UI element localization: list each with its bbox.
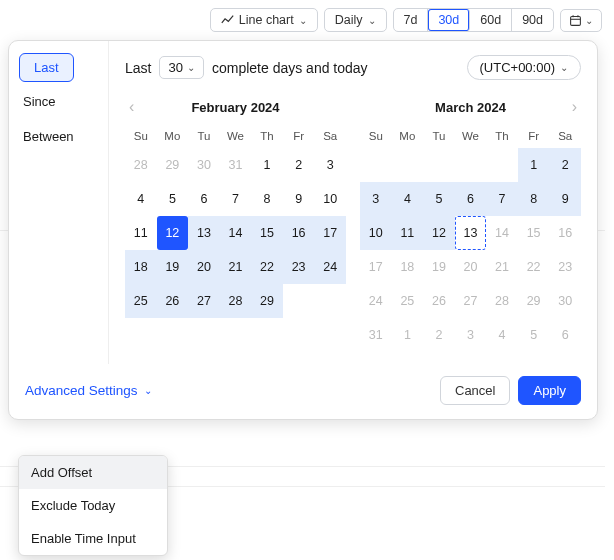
prev-month-button[interactable]: ‹ bbox=[129, 98, 134, 116]
calendar-day: 2 bbox=[423, 318, 455, 352]
mode-tab-since[interactable]: Since bbox=[9, 84, 108, 119]
advanced-settings-link[interactable]: Advanced Settings ⌄ bbox=[25, 383, 152, 398]
calendar-day[interactable]: 4 bbox=[392, 182, 424, 216]
chart-type-label: Line chart bbox=[239, 13, 294, 27]
range-60d[interactable]: 60d bbox=[470, 9, 512, 31]
chevron-down-icon: ⌄ bbox=[368, 15, 376, 26]
calendar-day[interactable]: 26 bbox=[157, 284, 189, 318]
calendar-day[interactable]: 22 bbox=[251, 250, 283, 284]
calendar-day[interactable]: 14 bbox=[220, 216, 252, 250]
days-select[interactable]: 30 ⌄ bbox=[159, 56, 203, 79]
timezone-select[interactable]: (UTC+00:00) ⌄ bbox=[467, 55, 582, 80]
calendar-day: 21 bbox=[486, 250, 518, 284]
calendar-day[interactable]: 27 bbox=[188, 284, 220, 318]
calendar-day[interactable]: 4 bbox=[125, 182, 157, 216]
granularity-label: Daily bbox=[335, 13, 363, 27]
calendar-day[interactable]: 28 bbox=[220, 284, 252, 318]
calendar-day: 15 bbox=[518, 216, 550, 250]
calendar-day[interactable]: 17 bbox=[314, 216, 346, 250]
calendar-day[interactable]: 25 bbox=[125, 284, 157, 318]
calendar-day: 29 bbox=[518, 284, 550, 318]
calendar-day[interactable]: 7 bbox=[220, 182, 252, 216]
calendar-day: 14 bbox=[486, 216, 518, 250]
range-7d[interactable]: 7d bbox=[394, 9, 429, 31]
calendar-button[interactable]: ⌄ bbox=[560, 9, 602, 32]
calendar-day: 25 bbox=[392, 284, 424, 318]
calendar-day[interactable]: 29 bbox=[251, 284, 283, 318]
calendar-day[interactable]: 12 bbox=[423, 216, 455, 250]
calendar-day: 31 bbox=[360, 318, 392, 352]
calendar-right: March 2024›SuMoTuWeThFrSa123456789101112… bbox=[360, 94, 581, 352]
calendar-day[interactable]: 18 bbox=[125, 250, 157, 284]
dow-header: Mo bbox=[157, 126, 189, 148]
calendar-day[interactable]: 19 bbox=[157, 250, 189, 284]
calendar-day: 20 bbox=[455, 250, 487, 284]
calendar-day: 30 bbox=[549, 284, 581, 318]
calendar-day[interactable]: 3 bbox=[360, 182, 392, 216]
calendar-day: 30 bbox=[188, 148, 220, 182]
calendar-day[interactable]: 3 bbox=[314, 148, 346, 182]
svg-rect-0 bbox=[571, 16, 581, 25]
granularity-select[interactable]: Daily ⌄ bbox=[324, 8, 387, 32]
calendar-day[interactable]: 13 bbox=[188, 216, 220, 250]
cancel-button[interactable]: Cancel bbox=[440, 376, 510, 405]
calendar-day[interactable]: 21 bbox=[220, 250, 252, 284]
dow-header: Th bbox=[486, 126, 518, 148]
dow-header: Sa bbox=[549, 126, 581, 148]
menu-item-add-offset[interactable]: Add Offset bbox=[19, 456, 167, 489]
menu-item-enable-time-input[interactable]: Enable Time Input bbox=[19, 522, 167, 555]
calendar-day[interactable]: 5 bbox=[157, 182, 189, 216]
calendar-day: 27 bbox=[455, 284, 487, 318]
range-30d[interactable]: 30d bbox=[428, 9, 470, 31]
calendar-day[interactable]: 24 bbox=[314, 250, 346, 284]
calendar-day[interactable]: 20 bbox=[188, 250, 220, 284]
calendar-day[interactable]: 5 bbox=[423, 182, 455, 216]
calendar-day[interactable]: 11 bbox=[125, 216, 157, 250]
calendar-day[interactable]: 13 bbox=[455, 216, 487, 250]
calendar-day: 1 bbox=[392, 318, 424, 352]
dow-header: Sa bbox=[314, 126, 346, 148]
next-month-button[interactable]: › bbox=[572, 98, 577, 116]
sentence-prefix: Last bbox=[125, 60, 151, 76]
calendar-day: 18 bbox=[392, 250, 424, 284]
calendar-day[interactable]: 9 bbox=[283, 182, 315, 216]
calendar-day[interactable]: 6 bbox=[455, 182, 487, 216]
range-90d[interactable]: 90d bbox=[512, 9, 553, 31]
calendar-day[interactable]: 1 bbox=[251, 148, 283, 182]
calendar-day[interactable]: 1 bbox=[518, 148, 550, 182]
calendar-day: 26 bbox=[423, 284, 455, 318]
calendar-day[interactable]: 8 bbox=[251, 182, 283, 216]
calendar-day[interactable]: 23 bbox=[283, 250, 315, 284]
chevron-down-icon: ⌄ bbox=[585, 15, 593, 26]
calendar-day[interactable]: 7 bbox=[486, 182, 518, 216]
calendar-day: 6 bbox=[549, 318, 581, 352]
calendar-day: 5 bbox=[518, 318, 550, 352]
calendar-day: 19 bbox=[423, 250, 455, 284]
calendar-day[interactable]: 10 bbox=[360, 216, 392, 250]
panel-main: Last 30 ⌄ complete days and today (UTC+0… bbox=[109, 41, 597, 364]
calendar-day[interactable]: 16 bbox=[283, 216, 315, 250]
calendar-left: ‹February 2024SuMoTuWeThFrSa282930311234… bbox=[125, 94, 346, 352]
range-segments: 7d30d60d90d bbox=[393, 8, 554, 32]
calendar-day[interactable]: 10 bbox=[314, 182, 346, 216]
calendar-day[interactable]: 2 bbox=[283, 148, 315, 182]
chart-type-select[interactable]: Line chart ⌄ bbox=[210, 8, 318, 32]
timezone-label: (UTC+00:00) bbox=[480, 60, 556, 75]
calendar-day[interactable]: 11 bbox=[392, 216, 424, 250]
menu-item-exclude-today[interactable]: Exclude Today bbox=[19, 489, 167, 522]
calendar-day[interactable]: 6 bbox=[188, 182, 220, 216]
mode-tab-between[interactable]: Between bbox=[9, 119, 108, 154]
dow-header: Su bbox=[360, 126, 392, 148]
dow-header: Th bbox=[251, 126, 283, 148]
mode-tab-last[interactable]: Last bbox=[19, 53, 74, 82]
calendar-day: 28 bbox=[486, 284, 518, 318]
calendar-day: 29 bbox=[157, 148, 189, 182]
date-picker-panel: LastSinceBetween Last 30 ⌄ complete days… bbox=[8, 40, 598, 420]
calendar-day[interactable]: 9 bbox=[549, 182, 581, 216]
calendar-day[interactable]: 2 bbox=[549, 148, 581, 182]
calendar-day[interactable]: 15 bbox=[251, 216, 283, 250]
calendar-day[interactable]: 12 bbox=[157, 216, 189, 250]
calendar-day: 4 bbox=[486, 318, 518, 352]
calendar-day[interactable]: 8 bbox=[518, 182, 550, 216]
apply-button[interactable]: Apply bbox=[518, 376, 581, 405]
